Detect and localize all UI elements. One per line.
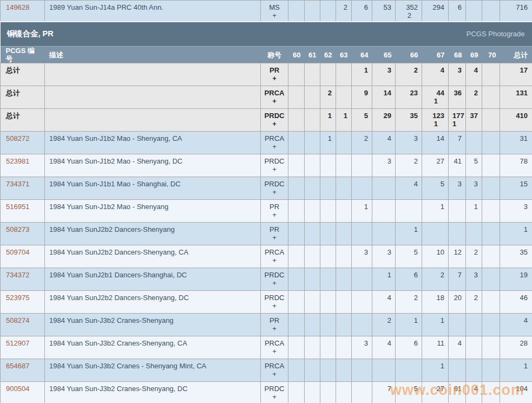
pcgs-number-link[interactable]: 734371: [1, 177, 45, 200]
designation-cell: PR+: [261, 200, 288, 223]
grade-cell-62: [320, 63, 336, 86]
grade-cell-66: 2: [396, 63, 422, 86]
designation-cell: PRDC+: [261, 291, 288, 314]
grade-cell-65: 2: [372, 314, 396, 336]
grade-cell-68: [449, 359, 466, 382]
grade-cell-70: [482, 223, 500, 245]
table-row: 5097041984 Yuan SunJ2b2 Dancers-Shenyang…: [1, 245, 532, 268]
table-row: 7343711984 Yuan Sun-J1b1 Mao - Shanghai,…: [1, 177, 532, 200]
grade-cell-64: 2: [352, 132, 372, 154]
pcgs-number-link[interactable]: 508273: [1, 223, 45, 245]
row-total-cell: 46: [500, 291, 532, 314]
grade-cell-68: 41: [449, 154, 466, 177]
pcgs-number-link[interactable]: 654687: [1, 359, 45, 382]
pcgs-number-link[interactable]: 149628: [1, 1, 45, 22]
grade-cell-68: 4: [449, 336, 466, 359]
grade-cell-62: [320, 382, 336, 403]
grade-cell-67: 294: [422, 1, 449, 22]
pcgs-number-link[interactable]: 516951: [1, 200, 45, 223]
grade-cell-63: [336, 291, 352, 314]
grade-cell-69: 4: [466, 382, 482, 403]
coin-description: 1984 Yuan Sun-J1b2 Mao - Shenyang, CA: [45, 132, 261, 154]
grade-cell-69: 2: [466, 291, 482, 314]
grade-cell-70: [482, 1, 500, 22]
grade-cell-66: 4: [396, 177, 422, 200]
row-total-cell: 31: [500, 132, 532, 154]
grade-cell-67: 1: [422, 314, 449, 336]
grade-cell-68: [449, 223, 466, 245]
grade-cell-62: [320, 336, 336, 359]
totals-row: 总计PRDC+11529351231177137410: [1, 109, 532, 132]
grade-cell-69: [466, 314, 482, 336]
grade-cell-69: [466, 1, 482, 22]
column-header-4: 61: [305, 47, 320, 63]
pcgs-number-link[interactable]: 509704: [1, 245, 45, 268]
grade-cell-62: 1: [320, 109, 336, 132]
grade-cell-61: [305, 245, 320, 268]
grade-cell-65: 4: [372, 336, 396, 359]
table-row: 7343721984 Yuan SunJ2b1 Dancers-Shanghai…: [1, 268, 532, 291]
grade-cell-64: [352, 223, 372, 245]
grade-cell-63: [336, 63, 352, 86]
row-total-cell: 15: [500, 177, 532, 200]
grade-cell-67: 1: [422, 200, 449, 223]
column-header-10: 67: [422, 47, 449, 63]
totals-row: 总计PRCA+291423441362131: [1, 86, 532, 109]
grade-cell-69: 2: [466, 245, 482, 268]
grade-cell-62: [320, 223, 336, 245]
pcgs-number-link[interactable]: 523981: [1, 154, 45, 177]
pcgs-number-link[interactable]: 523975: [1, 291, 45, 314]
pcgs-number-link[interactable]: 508272: [1, 132, 45, 154]
row-total-cell: 104: [500, 382, 532, 403]
table-row: 1496281989 Yuan Sun-J14a PRC 40th Ann.MS…: [1, 1, 532, 22]
grade-cell-69: 4: [466, 63, 482, 86]
grade-cell-62: 1: [320, 132, 336, 154]
grade-cell-64: 6: [352, 1, 372, 22]
grade-cell-61: [305, 109, 320, 132]
grade-cell-67: 4: [422, 63, 449, 86]
grade-cell-61: [305, 336, 320, 359]
grade-cell-66: 6: [396, 336, 422, 359]
designation-cell: PR+: [261, 314, 288, 336]
grade-cell-66: 2: [396, 291, 422, 314]
coin-description: 1984 Yuan Sun-J3b2 Cranes - Shenyang Min…: [45, 359, 261, 382]
grade-cell-69: [466, 359, 482, 382]
coin-description: [45, 86, 261, 109]
designation-cell: PR+: [261, 223, 288, 245]
pcgs-number-link[interactable]: 734372: [1, 268, 45, 291]
grade-cell-61: [305, 1, 320, 22]
grade-cell-60: [288, 268, 305, 291]
grade-cell-68: 3: [449, 63, 466, 86]
table-row: 5082731984 Yuan SunJ2b2 Dancers-Shenyang…: [1, 223, 532, 245]
grade-cell-63: [336, 245, 352, 268]
pcgs-number-link[interactable]: 900504: [1, 382, 45, 403]
column-header-8: 65: [372, 47, 396, 63]
row-total-cell: 1: [500, 359, 532, 382]
grade-cell-67: 10: [422, 245, 449, 268]
grade-cell-63: [336, 314, 352, 336]
grade-cell-67: 27: [422, 154, 449, 177]
row-total-cell: 19: [500, 268, 532, 291]
column-header-13: 70: [482, 47, 500, 63]
grade-cell-66: 3: [396, 132, 422, 154]
table-row: 5082741984 Yuan Sun-J3b2 Cranes-Shenyang…: [1, 314, 532, 336]
grade-cell-70: [482, 359, 500, 382]
plus-count: 1: [426, 120, 444, 128]
grade-cell-63: [336, 223, 352, 245]
grade-cell-68: 7: [449, 268, 466, 291]
pcgs-number-link[interactable]: 508274: [1, 314, 45, 336]
pcgs-number-link[interactable]: 512907: [1, 336, 45, 359]
coin-description: 1989 Yuan Sun-J14a PRC 40th Ann.: [45, 1, 261, 22]
designation-cell: PR+: [261, 63, 288, 86]
grade-cell-70: [482, 177, 500, 200]
grade-cell-65: 1: [372, 268, 396, 291]
grade-cell-70: [482, 291, 500, 314]
table-row: 6546871984 Yuan Sun-J3b2 Cranes - Shenya…: [1, 359, 532, 382]
photograde-link[interactable]: PCGS Photograde: [467, 30, 525, 38]
grade-cell-66: 2: [396, 154, 422, 177]
designation-cell: PRDC+: [261, 109, 288, 132]
grade-cell-70: [482, 63, 500, 86]
designation-cell: PRDC+: [261, 154, 288, 177]
grade-cell-60: [288, 86, 305, 109]
grade-cell-69: 37: [466, 109, 482, 132]
